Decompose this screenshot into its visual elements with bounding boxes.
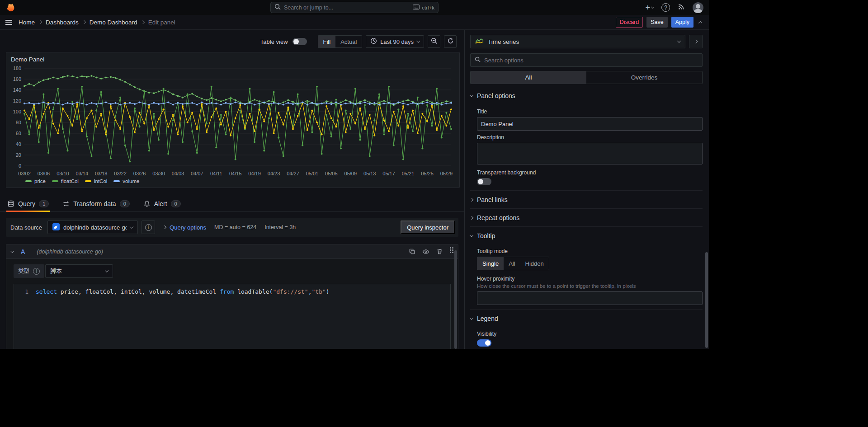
time-range-picker[interactable]: Last 90 days — [366, 35, 424, 48]
svg-text:03/06: 03/06 — [38, 171, 50, 176]
svg-text:04/15: 04/15 — [229, 171, 242, 176]
svg-text:100: 100 — [13, 109, 21, 114]
section-panel-links[interactable]: Panel links — [470, 190, 703, 208]
query-inspector-button[interactable]: Query inspector — [401, 221, 455, 234]
actual-option[interactable]: Actual — [335, 36, 362, 47]
legend-swatch — [25, 180, 32, 182]
bell-icon — [143, 200, 151, 207]
chart-legend: pricefloatColintColvolume — [6, 178, 459, 188]
alert-count-badge: 0 — [171, 200, 181, 207]
dolphindb-logo-icon — [52, 223, 60, 232]
tooltip-mode-single[interactable]: Single — [477, 257, 504, 270]
tab-all[interactable]: All — [471, 71, 586, 84]
time-series-chart[interactable]: 02040608010012014016018003/0203/0603/100… — [6, 64, 459, 178]
save-button[interactable]: Save — [646, 17, 668, 28]
section-repeat-options[interactable]: Repeat options — [470, 208, 703, 226]
new-button[interactable]: + — [645, 4, 654, 12]
refresh-icon — [447, 38, 454, 46]
fill-option[interactable]: Fill — [318, 36, 336, 47]
breadcrumb: Home Dashboards Demo Dashboard Edit pane… — [19, 19, 175, 26]
discard-button[interactable]: Discard — [616, 17, 643, 28]
legend-label: intCol — [94, 178, 107, 184]
delete-query-button[interactable] — [436, 248, 443, 255]
transparent-bg-label: Transparent background — [477, 169, 703, 176]
datasource-help-button[interactable]: i — [142, 221, 155, 234]
legend-visibility-toggle[interactable] — [477, 339, 491, 347]
news-button[interactable] — [678, 3, 685, 12]
section-tooltip[interactable]: Tooltip — [470, 226, 703, 244]
help-button[interactable]: ? — [661, 3, 670, 12]
svg-text:20: 20 — [16, 152, 21, 158]
code-line[interactable]: select price, floatCol, intCol, volume, … — [36, 288, 330, 349]
legend-item[interactable]: floatCol — [52, 178, 79, 184]
svg-text:180: 180 — [13, 66, 21, 71]
display-mode-group: Fill Actual — [318, 35, 363, 48]
query-ref-id[interactable]: A — [21, 248, 25, 255]
chevron-right-icon — [38, 20, 42, 24]
tab-alert-label: Alert — [154, 200, 167, 207]
query-options-toggle[interactable]: Query options — [163, 224, 206, 231]
panel-title[interactable]: Demo Panel — [6, 52, 459, 64]
chevron-right-icon — [141, 20, 144, 24]
zoom-out-button[interactable] — [428, 35, 440, 48]
query-row-header[interactable]: A (dolphindb-datasource-go) — [6, 244, 458, 259]
tooltip-mode-all[interactable]: All — [504, 257, 520, 270]
panel-description-input[interactable] — [477, 143, 703, 164]
chart-canvas[interactable]: 02040608010012014016018003/0203/0603/100… — [9, 65, 456, 178]
panel-title-input[interactable] — [477, 117, 703, 131]
legend-item[interactable]: intCol — [85, 178, 107, 184]
collapse-query-icon[interactable] — [10, 249, 14, 253]
svg-text:40: 40 — [16, 141, 21, 147]
svg-text:03/22: 03/22 — [114, 171, 127, 176]
global-search[interactable]: Search or jump to... ctrl+k — [270, 2, 439, 13]
datasource-name: dolphindb-datasource-go — [63, 224, 127, 231]
tab-overrides[interactable]: Overrides — [586, 71, 702, 84]
query-editor-controls: 类型 i 脚本 — [14, 264, 451, 278]
table-view-label: Table view — [260, 38, 288, 45]
breadcrumb-dashboard-name[interactable]: Demo Dashboard — [90, 19, 137, 26]
tab-alert[interactable]: Alert 0 — [142, 196, 182, 211]
time-range-label: Last 90 days — [380, 38, 414, 45]
max-data-points-text: MD = auto = 624 — [214, 224, 256, 230]
left-pane-scrollbar[interactable] — [454, 250, 457, 349]
svg-text:05/17: 05/17 — [382, 171, 395, 176]
collapse-topbar-button[interactable] — [697, 19, 703, 26]
tab-query-label: Query — [18, 200, 35, 207]
svg-text:04/11: 04/11 — [210, 171, 222, 176]
menu-icon[interactable] — [5, 20, 12, 25]
apply-button[interactable]: Apply — [671, 17, 693, 28]
viz-type-select[interactable]: Time series — [470, 35, 685, 48]
code-editor[interactable]: 1 select price, floatCol, intCol, volume… — [14, 284, 451, 349]
legend-item[interactable]: price — [25, 178, 46, 184]
datasource-picker[interactable]: dolphindb-datasource-go — [47, 221, 138, 234]
section-legend[interactable]: Legend — [470, 309, 703, 327]
tab-query[interactable]: Query 1 — [6, 196, 50, 211]
svg-text:03/18: 03/18 — [95, 171, 108, 176]
svg-text:04/07: 04/07 — [191, 171, 203, 176]
chevron-down-icon — [651, 5, 654, 9]
svg-text:04/27: 04/27 — [287, 171, 299, 176]
section-panel-options[interactable]: Panel options — [470, 87, 703, 105]
grafana-logo-icon[interactable] — [5, 3, 15, 13]
table-view-toggle[interactable] — [292, 38, 307, 45]
duplicate-query-button[interactable] — [409, 248, 415, 255]
info-icon[interactable]: i — [33, 268, 40, 275]
toggle-viz-picker-button[interactable] — [689, 35, 703, 48]
breadcrumb-home[interactable]: Home — [19, 19, 35, 26]
legend-item[interactable]: volume — [113, 178, 139, 184]
hover-proximity-input[interactable] — [477, 291, 703, 305]
options-search-input[interactable] — [484, 57, 698, 64]
transparent-bg-toggle[interactable] — [477, 178, 491, 185]
svg-text:05/13: 05/13 — [363, 171, 376, 176]
user-avatar[interactable] — [693, 2, 703, 13]
script-type-select[interactable]: 脚本 — [45, 264, 113, 278]
refresh-button[interactable] — [444, 35, 457, 48]
tooltip-mode-hidden[interactable]: Hidden — [520, 257, 549, 270]
tab-transform[interactable]: Transform data 0 — [61, 196, 131, 211]
hide-query-button[interactable] — [422, 248, 429, 255]
options-search[interactable] — [470, 53, 703, 67]
legend-label: volume — [123, 178, 139, 184]
svg-text:04/23: 04/23 — [268, 171, 280, 176]
breadcrumb-dashboards[interactable]: Dashboards — [46, 19, 79, 26]
options-pane-scrollbar[interactable] — [705, 252, 708, 348]
